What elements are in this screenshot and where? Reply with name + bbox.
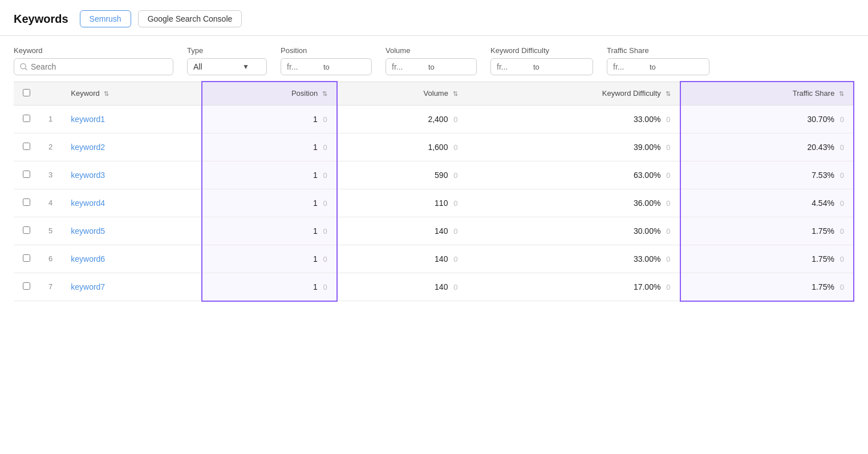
row-checkbox-cell[interactable] xyxy=(14,105,39,133)
traffic-range-sep: to xyxy=(647,63,658,71)
row-difficulty-cell: 17.00% 0 xyxy=(467,273,680,301)
keyword-search-input[interactable] xyxy=(31,62,167,71)
position-from-input[interactable] xyxy=(281,59,321,75)
position-filter-label: Position xyxy=(281,46,372,55)
table-row: 3 keyword3 1 0 590 0 63.00% 0 7.53% 0 xyxy=(14,161,854,189)
difficulty-value: 17.00% xyxy=(634,282,660,291)
row-keyword-cell: keyword4 xyxy=(62,189,201,217)
difficulty-change: 0 xyxy=(666,171,670,180)
traffic-sort-icon[interactable]: ⇅ xyxy=(839,90,844,98)
row-difficulty-cell: 33.00% 0 xyxy=(467,105,680,133)
row-volume-cell: 140 0 xyxy=(337,273,467,301)
difficulty-change: 0 xyxy=(666,227,670,236)
traffic-from-input[interactable] xyxy=(607,59,647,75)
keyword-link[interactable]: keyword3 xyxy=(71,171,105,180)
table-row: 7 keyword7 1 0 140 0 17.00% 0 1.75% 0 xyxy=(14,273,854,301)
keyword-link[interactable]: keyword2 xyxy=(71,143,105,152)
difficulty-value: 36.00% xyxy=(634,198,660,208)
select-all-header[interactable] xyxy=(14,82,39,105)
traffic-filter-label: Traffic Share xyxy=(607,46,709,55)
row-keyword-cell: keyword2 xyxy=(62,133,201,161)
position-sort-icon[interactable]: ⇅ xyxy=(322,90,327,98)
row-difficulty-cell: 30.00% 0 xyxy=(467,217,680,245)
position-value: 1 xyxy=(313,226,318,236)
row-number: 1 xyxy=(39,105,62,133)
th-difficulty[interactable]: Keyword Difficulty ⇅ xyxy=(467,82,680,105)
keyword-link[interactable]: keyword7 xyxy=(71,282,105,291)
row-checkbox-cell[interactable] xyxy=(14,245,39,273)
difficulty-filter-label: Keyword Difficulty xyxy=(490,46,593,55)
th-traffic[interactable]: Traffic Share ⇅ xyxy=(680,82,854,105)
th-volume[interactable]: Volume ⇅ xyxy=(337,82,467,105)
keyword-sort-icon[interactable]: ⇅ xyxy=(104,90,109,98)
row-checkbox[interactable] xyxy=(23,143,30,150)
volume-from-input[interactable] xyxy=(386,59,426,75)
keyword-link[interactable]: keyword5 xyxy=(71,226,105,236)
volume-change: 0 xyxy=(453,283,457,291)
difficulty-change: 0 xyxy=(666,283,670,291)
row-position-cell: 1 0 xyxy=(202,217,337,245)
row-difficulty-cell: 36.00% 0 xyxy=(467,189,680,217)
row-difficulty-cell: 39.00% 0 xyxy=(467,133,680,161)
row-checkbox-cell[interactable] xyxy=(14,133,39,161)
traffic-value: 1.75% xyxy=(812,226,834,236)
difficulty-from-input[interactable] xyxy=(491,59,531,75)
row-checkbox[interactable] xyxy=(23,226,30,234)
row-number: 3 xyxy=(39,161,62,189)
volume-value: 1,600 xyxy=(428,143,448,152)
keyword-link[interactable]: keyword6 xyxy=(71,254,105,264)
position-change: 0 xyxy=(323,171,327,180)
position-range-sep: to xyxy=(321,63,332,71)
row-volume-cell: 2,400 0 xyxy=(337,105,467,133)
position-change: 0 xyxy=(323,255,327,264)
volume-value: 140 xyxy=(435,226,448,236)
th-keyword[interactable]: Keyword ⇅ xyxy=(62,82,201,105)
chevron-down-icon: ▼ xyxy=(242,63,249,71)
traffic-filter-group: Traffic Share to xyxy=(607,46,709,75)
table-header-row: Keyword ⇅ Position ⇅ Volume ⇅ Keyword Di… xyxy=(14,82,854,105)
row-checkbox[interactable] xyxy=(23,282,30,290)
row-checkbox-cell[interactable] xyxy=(14,161,39,189)
tab-google-search-console[interactable]: Google Search Console xyxy=(138,10,242,27)
traffic-change: 0 xyxy=(840,199,844,208)
position-range: to xyxy=(281,58,372,75)
position-change: 0 xyxy=(323,227,327,236)
volume-value: 2,400 xyxy=(428,115,448,124)
row-checkbox[interactable] xyxy=(23,254,30,262)
volume-value: 140 xyxy=(435,254,448,264)
keyword-link[interactable]: keyword4 xyxy=(71,198,105,208)
row-volume-cell: 1,600 0 xyxy=(337,133,467,161)
keyword-link[interactable]: keyword1 xyxy=(71,115,105,124)
select-all-checkbox[interactable] xyxy=(23,89,30,96)
row-traffic-cell: 1.75% 0 xyxy=(680,217,854,245)
row-difficulty-cell: 63.00% 0 xyxy=(467,161,680,189)
page-header: Keywords Semrush Google Search Console xyxy=(0,0,868,36)
row-checkbox[interactable] xyxy=(23,198,30,206)
traffic-value: 1.75% xyxy=(812,254,834,264)
row-difficulty-cell: 33.00% 0 xyxy=(467,245,680,273)
row-volume-cell: 590 0 xyxy=(337,161,467,189)
row-checkbox-cell[interactable] xyxy=(14,189,39,217)
row-keyword-cell: keyword1 xyxy=(62,105,201,133)
row-traffic-cell: 20.43% 0 xyxy=(680,133,854,161)
tab-semrush[interactable]: Semrush xyxy=(80,10,131,27)
search-icon xyxy=(20,63,27,71)
row-traffic-cell: 1.75% 0 xyxy=(680,273,854,301)
volume-sort-icon[interactable]: ⇅ xyxy=(453,90,458,98)
volume-change: 0 xyxy=(453,143,457,152)
difficulty-range-sep: to xyxy=(531,63,542,71)
position-value: 1 xyxy=(313,171,318,180)
row-checkbox[interactable] xyxy=(23,115,30,122)
th-position[interactable]: Position ⇅ xyxy=(202,82,337,105)
traffic-value: 7.53% xyxy=(812,171,834,180)
row-volume-cell: 140 0 xyxy=(337,217,467,245)
difficulty-filter-group: Keyword Difficulty to xyxy=(490,46,593,75)
volume-value: 110 xyxy=(435,198,448,208)
row-checkbox[interactable] xyxy=(23,171,30,178)
type-select[interactable]: All Organic Paid xyxy=(193,62,239,71)
row-position-cell: 1 0 xyxy=(202,105,337,133)
row-checkbox-cell[interactable] xyxy=(14,273,39,301)
volume-filter-group: Volume to xyxy=(386,46,477,75)
row-checkbox-cell[interactable] xyxy=(14,217,39,245)
difficulty-sort-icon[interactable]: ⇅ xyxy=(666,90,671,98)
